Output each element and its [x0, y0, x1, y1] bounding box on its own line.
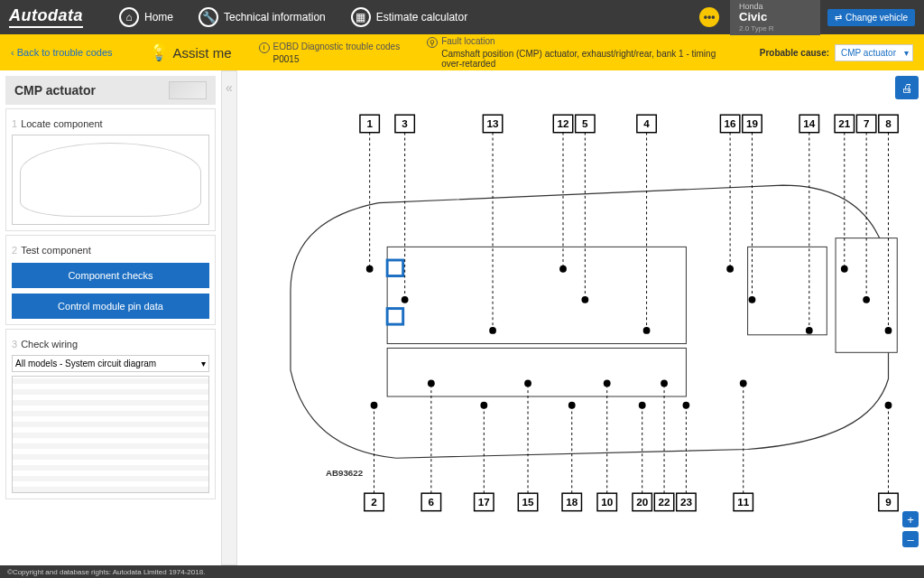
svg-point-91 [740, 379, 747, 387]
sidebar-title: CMP actuator [14, 83, 96, 98]
svg-point-15 [489, 327, 496, 334]
svg-text:13: 13 [487, 117, 500, 129]
svg-text:10: 10 [601, 496, 614, 508]
more-menu-icon[interactable]: ••• [699, 7, 719, 27]
nav-tech-info[interactable]: 🔧 Technical information [199, 7, 326, 27]
assist-label: Assist me [173, 45, 232, 61]
locate-component-thumbnail[interactable] [12, 135, 209, 225]
zoom-out-button[interactable]: – [902, 531, 919, 547]
change-vehicle-button[interactable]: ⇄ Change vehicle [827, 9, 915, 26]
svg-point-19 [559, 266, 567, 273]
svg-point-55 [371, 402, 378, 409]
dtc-heading: EOBD Diagnostic trouble codes [273, 42, 401, 51]
info-icon: i [259, 42, 270, 53]
svg-point-7 [366, 266, 374, 273]
collapse-sidebar-button[interactable]: « [221, 70, 237, 565]
nav-calc-label: Estimate calculator [376, 11, 467, 23]
diagram-reference: AB93622 [326, 468, 364, 478]
component-thumbnail [169, 81, 207, 99]
step-2-title: Test component [21, 245, 91, 256]
vehicle-info: Honda Civic 2.0 Type R [730, 0, 820, 35]
svg-text:15: 15 [522, 496, 535, 508]
svg-text:2: 2 [371, 496, 377, 508]
svg-text:6: 6 [429, 496, 435, 508]
calculator-icon: ▦ [351, 7, 371, 27]
svg-text:18: 18 [566, 496, 578, 508]
svg-text:19: 19 [746, 117, 759, 129]
svg-text:11: 11 [737, 496, 750, 508]
svg-point-59 [428, 379, 435, 387]
svg-point-75 [604, 379, 611, 387]
swap-icon: ⇄ [835, 13, 842, 23]
svg-text:14: 14 [803, 117, 816, 129]
component-checks-button[interactable]: Component checks [12, 263, 209, 288]
svg-point-11 [402, 296, 409, 303]
svg-text:21: 21 [838, 117, 851, 129]
svg-text:9: 9 [885, 496, 892, 508]
probable-cause-select[interactable]: CMP actuator ▾ [835, 44, 913, 61]
probable-cause-label: Probable cause: [760, 48, 829, 58]
step-1-title: Locate component [21, 118, 103, 129]
home-icon: ⌂ [119, 7, 139, 27]
svg-rect-1 [387, 348, 686, 396]
svg-point-43 [841, 266, 848, 273]
svg-point-47 [863, 296, 870, 303]
svg-text:3: 3 [402, 117, 408, 129]
svg-text:4: 4 [643, 117, 650, 129]
svg-rect-2 [748, 247, 827, 334]
svg-text:17: 17 [478, 496, 490, 508]
svg-text:8: 8 [885, 117, 892, 129]
step-2-number: 2 [12, 245, 17, 256]
fault-description: Camshaft position (CMP) actuator, exhaus… [441, 49, 733, 69]
step-check-wiring-panel: 3Check wiring All models - System circui… [5, 329, 216, 499]
svg-point-31 [726, 266, 734, 273]
svg-text:23: 23 [680, 496, 693, 508]
vehicle-variant: 2.0 Type R [739, 24, 811, 33]
step-locate-component-panel: 1Locate component [5, 108, 216, 231]
fault-heading: Fault location [441, 36, 494, 46]
svg-text:1: 1 [366, 117, 373, 129]
control-module-pin-data-button[interactable]: Control module pin data [12, 294, 209, 319]
svg-text:20: 20 [636, 496, 649, 508]
svg-point-63 [480, 402, 487, 409]
location-icon: ⚲ [427, 37, 438, 48]
vehicle-model: Civic [739, 11, 811, 23]
change-vehicle-label: Change vehicle [845, 13, 908, 23]
dtc-code: P0015 [273, 54, 401, 64]
lightbulb-icon: 💡 [149, 42, 169, 62]
svg-point-51 [885, 327, 892, 334]
nav-home[interactable]: ⌂ Home [119, 7, 173, 27]
svg-text:12: 12 [557, 117, 569, 129]
wiring-schematic-thumbnail[interactable] [12, 376, 209, 493]
wiring-diagram-select[interactable]: All models - System circuit diagram ▾ [12, 355, 209, 372]
nav-home-label: Home [144, 11, 173, 23]
svg-text:22: 22 [659, 496, 671, 508]
svg-rect-0 [387, 247, 686, 343]
footer-copyright: ©Copyright and database rights: Autodata… [7, 568, 205, 576]
brand-logo[interactable]: Autodata [9, 6, 83, 28]
svg-point-71 [568, 402, 576, 409]
chevron-down-icon: ▾ [201, 359, 206, 368]
svg-point-87 [683, 402, 690, 409]
nav-tech-label: Technical information [224, 11, 326, 23]
svg-point-95 [885, 402, 892, 409]
chevron-down-icon: ▾ [904, 48, 909, 58]
nav-estimate-calc[interactable]: ▦ Estimate calculator [351, 7, 467, 27]
wrench-icon: 🔧 [199, 7, 218, 27]
svg-point-79 [639, 402, 646, 409]
zoom-in-button[interactable]: + [902, 511, 919, 527]
svg-text:16: 16 [725, 117, 737, 129]
step-1-number: 1 [12, 118, 17, 129]
callout-9: 9 [879, 402, 898, 511]
step-test-component-panel: 2Test component Component checks Control… [5, 235, 216, 325]
step-3-title: Check wiring [21, 339, 78, 350]
svg-point-39 [806, 327, 813, 334]
step-3-number: 3 [12, 339, 17, 350]
svg-text:7: 7 [864, 117, 870, 129]
back-to-trouble-codes-link[interactable]: ‹ Back to trouble codes [11, 47, 113, 58]
chevron-left-icon: « [226, 80, 233, 95]
assist-me-button[interactable]: 💡 Assist me [149, 42, 232, 62]
svg-point-67 [524, 379, 531, 387]
engine-diagram[interactable]: 131312541619142178 2617151810202223119 A… [255, 89, 906, 528]
svg-point-23 [581, 296, 588, 303]
